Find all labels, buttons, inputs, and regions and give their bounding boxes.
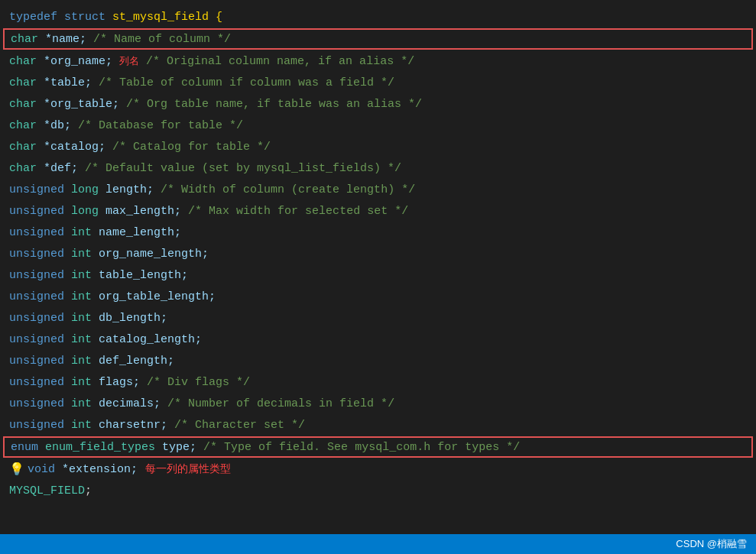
token-kw: unsigned xyxy=(9,397,64,410)
token-kw: unsigned xyxy=(9,355,64,368)
code-line: MYSQL_FIELD; xyxy=(0,480,756,501)
token-type: char xyxy=(9,76,37,89)
code-line: char *table; /* Table of column if colum… xyxy=(0,72,756,93)
code-tokens: char *org_table; /* Org table name, if t… xyxy=(9,98,422,111)
token-type: char xyxy=(9,141,37,154)
code-tokens: unsigned int table_length; xyxy=(9,269,188,282)
token-type: int xyxy=(71,269,92,282)
token-name: *catalog; xyxy=(37,141,105,154)
token-kw: unsigned xyxy=(9,269,64,282)
code-tokens: unsigned long max_length; /* Max width f… xyxy=(9,205,408,218)
token-name: *table; xyxy=(37,76,92,89)
token-type: int xyxy=(71,248,92,261)
token-type: long xyxy=(71,205,99,218)
code-line: unsigned int org_table_length; xyxy=(0,286,756,307)
code-tokens: unsigned int flags; /* Div flags */ xyxy=(9,376,250,389)
code-line: unsigned int decimals; /* Number of deci… xyxy=(0,393,756,414)
token-type: int xyxy=(71,397,92,410)
code-line: 💡void *extension;每一列的属性类型 xyxy=(0,458,756,480)
token-type: int xyxy=(71,419,92,432)
token-name: *org_name; xyxy=(37,55,112,68)
token-name: decimals; xyxy=(92,397,161,410)
token-comment: /* Catalog for table */ xyxy=(112,141,271,154)
code-tokens: unsigned int org_name_length; xyxy=(9,248,209,261)
code-line: enum enum_field_types type; /* Type of f… xyxy=(3,436,753,458)
bottom-bar: CSDN @梢融雪 xyxy=(0,534,756,554)
token-enum-type: enum_field_types xyxy=(45,441,155,454)
token-name: name_length; xyxy=(92,226,181,239)
token-type: char xyxy=(11,33,38,46)
token-name: *org_table; xyxy=(37,98,119,111)
code-line: unsigned int name_length; xyxy=(0,222,756,243)
token-kw: unsigned xyxy=(9,248,64,261)
code-line: char *db; /* Database for table */ xyxy=(0,115,756,136)
code-line: char *catalog; /* Catalog for table */ xyxy=(0,136,756,157)
token-ptr: ; xyxy=(85,484,92,497)
code-tokens: void *extension; xyxy=(28,463,138,476)
code-tokens: unsigned int name_length; xyxy=(9,226,181,239)
token-name: org_table_length; xyxy=(92,290,216,303)
code-line: unsigned int flags; /* Div flags */ xyxy=(0,371,756,393)
code-line: unsigned int def_length; xyxy=(0,350,756,371)
token-kw: unsigned xyxy=(9,333,64,346)
token-type: char xyxy=(9,119,37,132)
code-line: typedef struct st_mysql_field { xyxy=(0,6,756,28)
token-type: char xyxy=(9,162,37,175)
token-name: org_name_length; xyxy=(92,248,209,261)
token-kw: unsigned xyxy=(9,183,64,196)
token-kw: enum xyxy=(11,441,38,454)
token-name: *name; xyxy=(38,33,86,46)
token-type: int xyxy=(71,312,92,325)
code-tokens: char *catalog; /* Catalog for table */ xyxy=(9,141,271,154)
token-kw: unsigned xyxy=(9,290,64,303)
token-type: int xyxy=(71,355,92,368)
token-name: def_length; xyxy=(92,355,174,368)
code-container: typedef struct st_mysql_field {char *nam… xyxy=(0,0,756,535)
token-comment: /* Type of field. See mysql_com.h for ty… xyxy=(203,441,520,454)
token-comment: /* Table of column if column was a field… xyxy=(99,76,394,89)
token-name: table_length; xyxy=(92,269,188,282)
code-tokens: char *name; /* Name of column */ xyxy=(11,33,231,46)
token-comment: /* Org table name, if table was an alias… xyxy=(126,98,422,111)
token-kw: unsigned xyxy=(9,226,64,239)
token-name: flags; xyxy=(92,376,140,389)
token-comment: /* Width of column (create length) */ xyxy=(161,183,415,196)
code-line: unsigned int db_length; xyxy=(0,307,756,329)
code-tokens: unsigned int catalog_length; xyxy=(9,333,202,346)
token-kw: unsigned xyxy=(9,376,64,389)
token-name: db_length; xyxy=(92,312,167,325)
token-kw: typedef xyxy=(9,11,57,24)
code-tokens: char *table; /* Table of column if colum… xyxy=(9,76,394,89)
token-type: int xyxy=(71,226,92,239)
code-tokens: enum enum_field_types type; /* Type of f… xyxy=(11,441,520,454)
token-comment: /* Max width for selected set */ xyxy=(188,205,408,218)
token-name: *extension; xyxy=(55,463,138,476)
code-line: char *name; /* Name of column */ xyxy=(3,28,753,50)
code-tokens: unsigned int decimals; /* Number of deci… xyxy=(9,397,394,410)
token-comment: /* Character set */ xyxy=(174,419,305,432)
code-line: unsigned int charsetnr; /* Character set… xyxy=(0,414,756,436)
line-annotation: 每一列的属性类型 xyxy=(145,462,231,476)
code-tokens: MYSQL_FIELD; xyxy=(9,484,92,497)
token-comment: /* Number of decimals in field */ xyxy=(167,397,394,410)
token-type: int xyxy=(71,376,92,389)
token-type: int xyxy=(71,290,92,303)
token-name: max_length; xyxy=(99,205,181,218)
token-comment: /* Name of column */ xyxy=(93,33,231,46)
code-line: unsigned long max_length; /* Max width f… xyxy=(0,200,756,222)
token-kw: unsigned xyxy=(9,312,64,325)
code-line: unsigned long length; /* Width of column… xyxy=(0,179,756,200)
code-tokens: char *db; /* Database for table */ xyxy=(9,119,243,132)
token-name: catalog_length; xyxy=(92,333,202,346)
token-brace: st_mysql_field { xyxy=(105,11,222,24)
code-tokens: unsigned int def_length; xyxy=(9,355,174,368)
token-comment: /* Original column name, if an alias */ xyxy=(146,55,414,68)
token-name: *def; xyxy=(37,162,78,175)
code-tokens: char *org_name; 列名 /* Original column na… xyxy=(9,54,414,68)
token-type: char xyxy=(9,55,37,68)
token-type: MYSQL_FIELD xyxy=(9,484,85,497)
token-name: length; xyxy=(99,183,154,196)
token-kw: struct xyxy=(64,11,105,24)
code-line: unsigned int org_name_length; xyxy=(0,243,756,264)
code-line: char *org_name; 列名 /* Original column na… xyxy=(0,50,756,72)
